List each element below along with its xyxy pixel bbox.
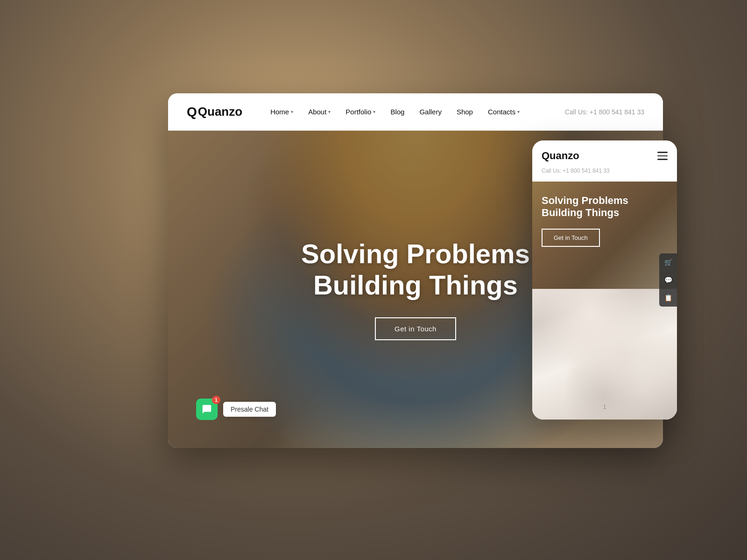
logo-q-icon: Q: [187, 105, 197, 119]
hamburger-line-3: [657, 159, 668, 160]
nav-phone: Call Us: +1 800 541 841 33: [565, 108, 644, 116]
chevron-down-icon: ▾: [328, 109, 331, 114]
mobile-get-in-touch-button[interactable]: Get in Touch: [542, 229, 600, 247]
chevron-down-icon: ▾: [517, 109, 520, 114]
nav-item-blog[interactable]: Blog: [390, 108, 404, 116]
chat-bubble-icon: [202, 404, 212, 414]
hamburger-menu[interactable]: [657, 152, 668, 160]
mobile-bottom-figure: [532, 289, 677, 420]
mobile-hero-title: Solving Problems Building Things: [542, 195, 668, 219]
nav-links: Home ▾ About ▾ Portfolio ▾ Blog Gallery …: [270, 108, 565, 116]
mobile-phone: Call Us: +1 800 541 841 33: [532, 168, 677, 182]
chat-widget: 1 Presale Chat: [196, 399, 276, 420]
nav-item-home[interactable]: Home ▾: [270, 108, 293, 116]
nav-item-shop[interactable]: Shop: [457, 108, 473, 116]
mobile-hero-content: Solving Problems Building Things Get in …: [532, 182, 677, 260]
hero-title: Solving Problems Building Things: [301, 238, 530, 301]
mobile-sidebar-icons: 🛒 💬 📋: [659, 253, 677, 307]
presale-chat-label[interactable]: Presale Chat: [223, 402, 276, 417]
chevron-down-icon: ▾: [291, 109, 293, 114]
page-indicator: 1: [603, 404, 606, 410]
chat-badge: 1: [212, 396, 220, 404]
nav-item-gallery[interactable]: Gallery: [419, 108, 442, 116]
mobile-bottom-section: 1: [532, 289, 677, 420]
mobile-logo[interactable]: Quanzo: [542, 150, 579, 162]
cart-icon[interactable]: 🛒: [659, 253, 677, 271]
hamburger-line-1: [657, 152, 668, 153]
navbar: Q Quanzo Home ▾ About ▾ Portfolio ▾ Blog…: [168, 93, 663, 131]
logo[interactable]: Q Quanzo: [187, 105, 242, 119]
hamburger-line-2: [657, 155, 668, 157]
nav-item-portfolio[interactable]: Portfolio ▾: [345, 108, 375, 116]
mobile-bottom-image: 1: [532, 289, 677, 420]
mobile-mockup: Quanzo Call Us: +1 800 541 841 33 Solvin…: [532, 140, 677, 420]
chevron-down-icon: ▾: [373, 109, 375, 114]
mobile-hero-section: Solving Problems Building Things Get in …: [532, 182, 677, 289]
logo-text: Quanzo: [198, 105, 242, 119]
document-icon[interactable]: 📋: [659, 289, 677, 307]
message-icon[interactable]: 💬: [659, 271, 677, 289]
nav-item-about[interactable]: About ▾: [308, 108, 331, 116]
nav-item-contacts[interactable]: Contacts ▾: [488, 108, 520, 116]
mobile-header: Quanzo: [532, 140, 677, 168]
get-in-touch-button[interactable]: Get in Touch: [375, 317, 456, 340]
hero-content: Solving Problems Building Things Get in …: [301, 238, 530, 340]
chat-icon-button[interactable]: 1: [196, 399, 218, 420]
